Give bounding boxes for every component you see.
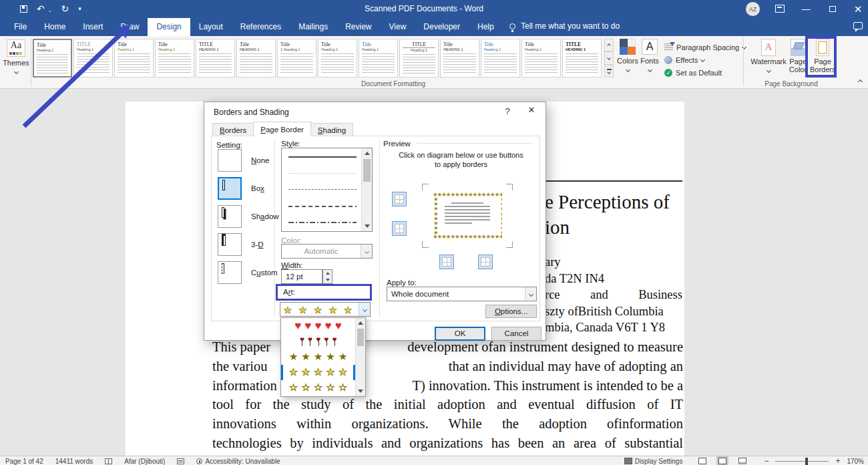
paragraph-spacing-button[interactable]: Paragraph Spacing [664, 41, 746, 53]
style-set-thumbnail[interactable]: TITLEHEADING 1 [562, 39, 602, 78]
right-border-toggle-button[interactable] [478, 255, 493, 269]
ribbon-tab-help[interactable]: Help [469, 18, 503, 36]
customize-qat-icon[interactable]: ▾ [78, 3, 81, 14]
watermark-button[interactable]: A Watermark [748, 39, 789, 73]
save-icon[interactable] [20, 5, 27, 13]
gallery-scroll-up-button[interactable] [604, 39, 614, 51]
ribbon-tab-insert[interactable]: Insert [74, 18, 112, 36]
left-border-toggle-button[interactable] [439, 255, 454, 269]
tell-me-box[interactable]: Tell me what you want to do [509, 21, 620, 31]
style-set-thumbnail[interactable]: TITLEHEADING 1 [196, 39, 235, 78]
dialog-tab-shading[interactable]: Shading [310, 123, 353, 136]
read-mode-button[interactable] [698, 458, 706, 464]
style-set-thumbnail[interactable]: TitleHeading 1 [33, 39, 72, 78]
line-style-option-dotted-faint[interactable] [284, 165, 361, 182]
setting-option-custom[interactable]: Custom [218, 261, 274, 285]
dialog-tab-page-border[interactable]: Page Border [253, 122, 311, 136]
line-style-option-dash-dot[interactable] [284, 214, 361, 230]
dialog-tab-borders[interactable]: Borders [212, 123, 254, 136]
set-as-default-button[interactable]: ✓ Set as Default [664, 66, 746, 79]
options-button[interactable]: Options... [485, 305, 537, 318]
art-option-dark-stars[interactable]: ★★★★★ [281, 349, 355, 365]
art-option-heart-balloons[interactable]: ♥♥♥♥♥ [281, 334, 355, 349]
style-scrollbar[interactable] [361, 148, 372, 231]
print-layout-button[interactable] [718, 458, 726, 464]
setting-option-box[interactable]: Box [218, 177, 274, 201]
proofing-icon[interactable] [105, 458, 112, 464]
ribbon-tab-file[interactable]: File [5, 18, 35, 36]
style-set-thumbnail[interactable]: TitleHeading 1 [114, 39, 154, 78]
scroll-up-icon[interactable] [356, 318, 365, 328]
gallery-more-button[interactable] [604, 65, 614, 78]
setting-option-shadow[interactable]: Shadow [218, 205, 274, 229]
ribbon-tab-references[interactable]: References [232, 18, 290, 36]
gallery-scroll-down-button[interactable] [604, 51, 614, 64]
style-set-thumbnail[interactable]: TitleHeading 1 [155, 39, 194, 78]
undo-icon[interactable]: ↶ [37, 3, 45, 14]
style-set-thumbnail[interactable]: TitleHEADING 1 [440, 39, 479, 78]
scroll-down-icon[interactable] [356, 386, 365, 396]
web-layout-button[interactable] [738, 458, 746, 464]
art-combobox[interactable]: ★★★★★ [280, 302, 371, 317]
display-settings-button[interactable]: Display Settings [624, 458, 683, 465]
ribbon-tab-home[interactable]: Home [35, 18, 74, 36]
language-indicator[interactable]: Afar (Djibouti) [124, 458, 165, 465]
restore-button[interactable] [821, 0, 844, 18]
art-option-outline-stars[interactable]: ☆☆☆☆☆ [281, 380, 355, 396]
setting-option-threed[interactable]: 3-D [218, 233, 274, 257]
zoom-slider-thumb[interactable] [805, 458, 808, 465]
colors-button[interactable]: Colors [616, 39, 639, 73]
page-indicator[interactable]: Page 1 of 42 [5, 458, 43, 465]
spin-down-icon[interactable] [323, 277, 332, 283]
style-set-thumbnail[interactable]: TitleHeading 1 [481, 39, 520, 78]
zoom-out-button[interactable]: − [764, 458, 769, 464]
ok-button[interactable]: OK [435, 327, 485, 341]
fonts-button[interactable]: A Fonts [639, 39, 660, 73]
art-scrollbar[interactable] [355, 318, 365, 396]
ribbon-tab-design[interactable]: Design [148, 18, 190, 36]
zoom-slider[interactable] [775, 461, 829, 462]
ribbon-tab-mailings[interactable]: Mailings [290, 18, 337, 36]
word-count[interactable]: 14411 words [55, 458, 93, 465]
width-combobox[interactable]: 12 pt [281, 269, 322, 284]
style-set-thumbnail[interactable]: Title1 Heading 1 [277, 39, 316, 78]
preview-page-diagram[interactable]: ★★★★★★★★★★★★★★★★★ ★★★★★★★★★★★★★★★★★ ★★★★… [433, 192, 502, 240]
bottom-border-toggle-button[interactable] [392, 221, 407, 236]
art-option-yellow-stars[interactable]: ★★★★★ [281, 365, 355, 380]
ribbon-display-options-icon[interactable] [775, 5, 785, 13]
avatar[interactable]: AZ [746, 2, 760, 16]
cancel-button[interactable]: Cancel [491, 327, 541, 341]
zoom-level[interactable]: 170% [847, 458, 864, 465]
art-option-red-hearts[interactable]: ♥♥♥♥♥ [281, 319, 355, 334]
setting-option-none[interactable]: None [218, 149, 274, 173]
dialog-help-button[interactable]: ? [499, 106, 516, 116]
apply-to-combobox[interactable]: Whole document [387, 287, 537, 301]
themes-button[interactable]: Aa Themes [3, 38, 29, 86]
ribbon-tab-layout[interactable]: Layout [190, 18, 232, 36]
style-listbox[interactable] [281, 148, 373, 232]
scrollbar-thumb[interactable] [363, 159, 371, 182]
scrollbar-thumb[interactable] [357, 329, 364, 346]
scroll-down-icon[interactable] [362, 221, 372, 231]
ribbon-tab-draw[interactable]: Draw [112, 18, 148, 36]
style-set-thumbnail[interactable]: TITLEHeading 1 [73, 39, 113, 78]
spin-up-icon[interactable] [323, 270, 332, 277]
accessibility-status[interactable]: Accessibility: Unavailable [196, 458, 280, 465]
style-set-thumbnail[interactable]: TITLEHeading 1 [399, 39, 439, 78]
macro-icon[interactable] [177, 458, 184, 464]
collapse-ribbon-icon[interactable] [858, 80, 863, 84]
style-set-thumbnail[interactable]: TitleHEADING 1 [236, 39, 276, 78]
line-style-option-dashed[interactable] [284, 198, 361, 214]
color-combobox[interactable]: Automatic [281, 244, 373, 259]
top-border-toggle-button[interactable] [392, 192, 407, 206]
line-style-option-solid[interactable] [284, 148, 361, 165]
scroll-up-icon[interactable] [362, 148, 372, 158]
close-button[interactable]: ✕ [847, 0, 868, 18]
width-spinner[interactable] [322, 269, 333, 284]
effects-button[interactable]: Effects [664, 53, 746, 66]
dialog-close-button[interactable]: ✕ [520, 105, 543, 118]
ribbon-tab-developer[interactable]: Developer [415, 18, 469, 36]
comments-icon[interactable] [853, 22, 863, 29]
ribbon-tab-review[interactable]: Review [337, 18, 380, 36]
style-set-thumbnail[interactable]: TitleHeading 1 [521, 39, 561, 78]
